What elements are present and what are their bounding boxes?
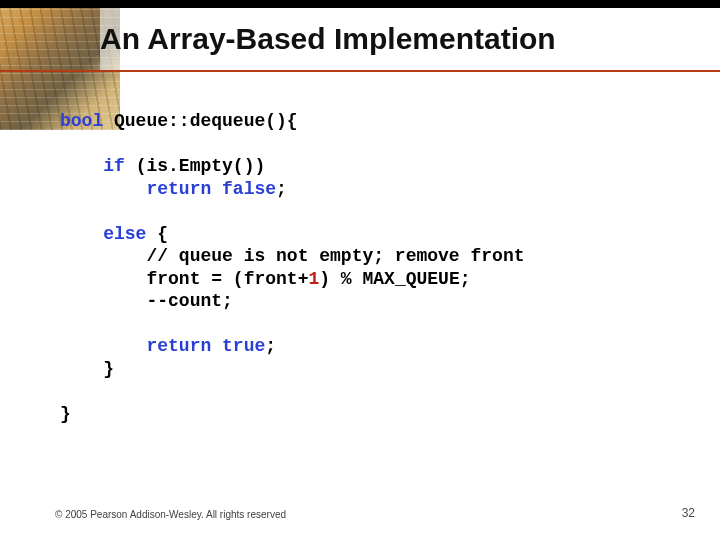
keyword-bool: bool — [60, 111, 103, 131]
copyright-text: © 2005 Pearson Addison-Wesley. All right… — [55, 509, 286, 520]
top-bar — [0, 0, 720, 8]
code-literal-1: 1 — [308, 269, 319, 289]
code-else-open: { — [146, 224, 168, 244]
code-listing: bool Queue::dequeue(){ if (is.Empty()) r… — [60, 110, 700, 425]
keyword-false: false — [211, 179, 276, 199]
code-if-cond: (is.Empty()) — [125, 156, 265, 176]
code-close-outer: } — [60, 404, 71, 424]
code-decr: --count; — [146, 291, 232, 311]
code-assign-post: ) % MAX_QUEUE; — [319, 269, 470, 289]
code-close-inner: } — [103, 359, 114, 379]
code-comment: // queue is not empty; remove front — [146, 246, 524, 266]
keyword-else: else — [103, 224, 146, 244]
slide-title: An Array-Based Implementation — [100, 22, 710, 56]
code-semi-1: ; — [276, 179, 287, 199]
page-number: 32 — [682, 506, 695, 520]
keyword-if: if — [103, 156, 125, 176]
keyword-return-2: return — [146, 336, 211, 356]
header-rule — [0, 70, 720, 72]
code-sig: Queue::dequeue(){ — [103, 111, 297, 131]
keyword-true: true — [211, 336, 265, 356]
keyword-return-1: return — [146, 179, 211, 199]
code-semi-2: ; — [265, 336, 276, 356]
code-assign-pre: front = (front+ — [146, 269, 308, 289]
